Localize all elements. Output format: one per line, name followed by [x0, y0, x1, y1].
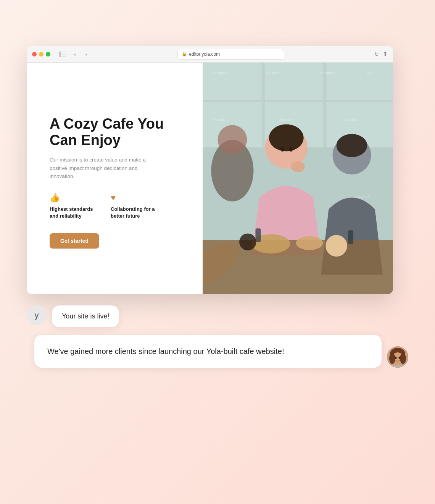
- svg-rect-3: [62, 56, 66, 57]
- browser-toolbar: ‹ › 🔒 editor.yola.com ↻ ⬆: [27, 46, 393, 63]
- thumbs-up-icon: 👍: [50, 193, 95, 203]
- features-row: 👍 Highest standards and reliability ♥ Co…: [50, 193, 184, 220]
- svg-point-41: [399, 357, 401, 359]
- svg-text:Un...: Un...: [367, 71, 374, 75]
- get-started-button[interactable]: Get started: [50, 233, 99, 249]
- traffic-lights: [32, 52, 50, 57]
- browser-window: ‹ › 🔒 editor.yola.com ↻ ⬆ A Cozy Cafe Yo…: [27, 46, 393, 294]
- chat-text-2: We've gained more clients since launchin…: [47, 347, 284, 355]
- svg-text:Unsplash: Unsplash: [321, 71, 335, 75]
- lock-icon: 🔒: [182, 52, 187, 57]
- feature-label-2: Collaborating for a better future: [111, 206, 156, 220]
- left-panel: A Cozy Cafe You Can Enjoy Our mission is…: [27, 63, 203, 294]
- website-content: A Cozy Cafe You Can Enjoy Our mission is…: [27, 63, 393, 294]
- back-button[interactable]: ‹: [71, 50, 79, 58]
- svg-point-38: [389, 353, 395, 364]
- chat-section: y Your site is live! We've gained more c…: [27, 305, 408, 368]
- svg-point-15: [291, 162, 304, 172]
- chat-bubble-1: Your site is live!: [52, 305, 119, 327]
- chat-message-2: We've gained more clients since launchin…: [34, 335, 408, 368]
- svg-text:Unsplash: Unsplash: [213, 71, 227, 75]
- yola-avatar: y: [27, 305, 47, 325]
- svg-point-39: [400, 353, 406, 364]
- svg-text:Unsplash: Unsplash: [344, 118, 359, 121]
- hero-subtitle: Our mission is to create value and make …: [50, 156, 149, 181]
- sidebar-toggle-button[interactable]: [57, 50, 67, 58]
- svg-point-17: [336, 134, 367, 157]
- cafe-image: Unsplash Unsplash Unsplash Un... Unsplas…: [203, 63, 393, 294]
- svg-rect-2: [62, 54, 66, 55]
- right-panel: Unsplash Unsplash Unsplash Un... Unsplas…: [203, 63, 393, 294]
- forward-button[interactable]: ›: [82, 50, 90, 58]
- reload-button[interactable]: ↻: [374, 51, 379, 57]
- svg-text:Unsplash: Unsplash: [279, 118, 293, 121]
- svg-point-20: [239, 233, 256, 250]
- yola-avatar-letter: y: [35, 310, 39, 320]
- feature-item-2: ♥ Collaborating for a better future: [111, 193, 156, 220]
- svg-text:Unsplash: Unsplash: [213, 118, 227, 121]
- chat-bubble-2: We've gained more clients since launchin…: [34, 335, 382, 368]
- chat-text-1: Your site is live!: [62, 312, 109, 320]
- svg-point-40: [395, 357, 397, 359]
- svg-text:Unsplash: Unsplash: [356, 195, 370, 199]
- svg-point-10: [218, 125, 247, 155]
- svg-rect-1: [62, 52, 66, 52]
- svg-point-13: [280, 147, 284, 152]
- share-button[interactable]: ⬆: [383, 50, 388, 58]
- heart-icon: ♥: [111, 193, 156, 203]
- svg-point-21: [325, 235, 347, 257]
- hero-title: A Cozy Cafe You Can Enjoy: [50, 116, 184, 149]
- minimize-button[interactable]: [39, 52, 44, 57]
- svg-text:Unsplash: Unsplash: [267, 71, 282, 75]
- svg-rect-0: [59, 52, 61, 57]
- address-bar-container: 🔒 editor.yola.com: [94, 49, 367, 60]
- svg-rect-23: [255, 228, 261, 242]
- feature-label-1: Highest standards and reliability: [50, 206, 95, 220]
- svg-point-22: [296, 236, 323, 250]
- chat-message-1: y Your site is live!: [27, 305, 408, 327]
- address-bar[interactable]: 🔒 editor.yola.com: [177, 49, 284, 60]
- maximize-button[interactable]: [46, 52, 50, 57]
- svg-point-14: [289, 147, 293, 152]
- url-text: editor.yola.com: [189, 52, 220, 57]
- close-button[interactable]: [32, 52, 37, 57]
- svg-rect-24: [348, 230, 353, 244]
- svg-point-12: [269, 124, 304, 152]
- feature-item-1: 👍 Highest standards and reliability: [50, 193, 95, 220]
- user-avatar: [387, 346, 408, 368]
